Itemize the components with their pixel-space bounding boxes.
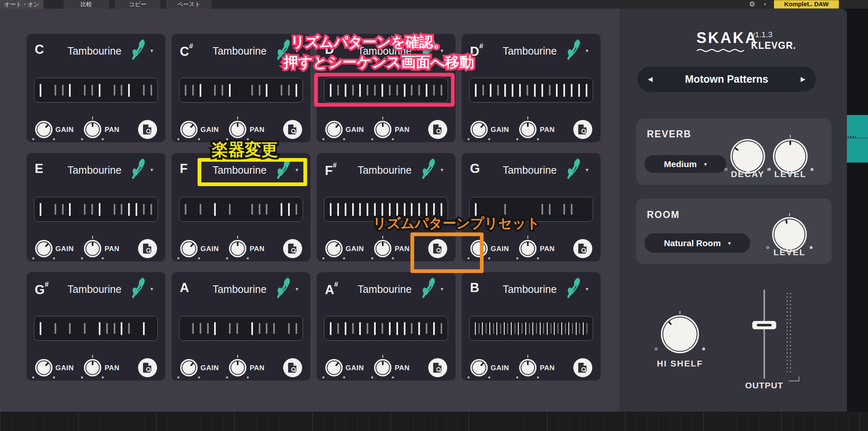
pad-pan-knob[interactable] (84, 121, 101, 138)
pad-pan-knob[interactable] (374, 121, 391, 138)
pad-instrument-name[interactable]: Tambourine (56, 283, 133, 295)
chevron-down-icon[interactable]: ▾ (764, 0, 766, 9)
pad-sequence-display[interactable] (469, 316, 593, 341)
pad-sequence-display[interactable] (34, 197, 158, 222)
chevron-down-icon[interactable]: ▾ (441, 167, 444, 173)
chevron-down-icon[interactable]: ▾ (296, 286, 298, 292)
pad-pan-knob[interactable] (374, 240, 391, 257)
pad-instrument-name[interactable]: Tambourine (491, 283, 568, 295)
daw-copy-button[interactable]: コピー (115, 0, 160, 9)
pad-gain-knob[interactable] (470, 121, 488, 138)
pad-instrument-name[interactable]: Tambourine (56, 45, 133, 57)
pad-pattern-preset-button[interactable] (283, 120, 302, 139)
pad-pattern-preset-button[interactable] (428, 120, 447, 139)
daw-compare-button[interactable]: 比較 (64, 0, 109, 9)
sequence-step (266, 204, 267, 215)
pad-sequence-display[interactable] (179, 197, 303, 222)
pad-pan-knob[interactable] (374, 359, 391, 376)
reverb-type-dropdown[interactable]: Medium ▾ (644, 155, 726, 173)
preset-name[interactable]: Motown Patterns (637, 67, 816, 92)
reverb-level-knob[interactable] (773, 139, 808, 174)
pad-pattern-preset-button[interactable] (283, 239, 302, 258)
sequence-step (389, 322, 391, 335)
pad-pattern-preset-button[interactable] (573, 358, 592, 377)
reverb-decay-knob[interactable] (730, 139, 765, 174)
tambourine-icon (129, 38, 147, 62)
chevron-down-icon[interactable]: ▾ (150, 167, 153, 173)
pad-gain-knob[interactable] (180, 359, 198, 376)
sequence-step (128, 323, 130, 334)
pad-pan-knob[interactable] (229, 359, 246, 376)
sequence-step (266, 84, 267, 97)
pad-gain-knob[interactable] (325, 121, 343, 138)
pad-pan-knob[interactable] (84, 359, 101, 376)
sequence-step (475, 322, 476, 335)
pad-pan-knob[interactable] (229, 240, 246, 257)
pad-gain-knob[interactable] (470, 359, 488, 376)
pad-sequence-display[interactable] (469, 78, 593, 103)
room-type-dropdown[interactable]: Natural Room ▾ (644, 233, 750, 253)
pad-instrument-name[interactable]: Tambourine (346, 283, 423, 295)
pad-gain-knob[interactable] (180, 240, 198, 257)
reverb-type-value: Medium (664, 159, 696, 169)
pad-sequence-display[interactable] (324, 316, 448, 341)
room-type-value: Natural Room (664, 238, 721, 248)
chevron-down-icon[interactable]: ▾ (441, 286, 444, 292)
version-label: v1.1.3 (751, 30, 773, 39)
pad-pattern-preset-button[interactable] (283, 358, 302, 377)
hi-shelf-knob[interactable] (661, 315, 699, 353)
sequence-step (579, 323, 580, 334)
pad-pan-label: PAN (250, 126, 265, 134)
pad-pan-knob[interactable] (519, 359, 537, 376)
sequence-step (367, 203, 368, 216)
sequence-step (367, 323, 368, 334)
pad-pan-knob[interactable] (84, 240, 101, 257)
pad-gain-knob[interactable] (180, 121, 198, 138)
pad-sequence-display[interactable] (34, 78, 158, 103)
pad-gain-knob[interactable] (325, 359, 343, 376)
pad-pattern-preset-button[interactable] (573, 239, 592, 258)
daw-audio-clip[interactable] (847, 115, 868, 163)
pad-gain-knob[interactable] (325, 240, 343, 257)
pad-pattern-preset-button[interactable] (138, 120, 157, 139)
pad-instrument-name[interactable]: Tambourine (201, 45, 278, 57)
daw-plugin-badge[interactable]: Komplet.. DAW (774, 0, 839, 9)
gear-icon[interactable]: ⚙ (749, 0, 755, 9)
preset-selector[interactable]: ◀ Motown Patterns ▶ (637, 67, 816, 92)
pad-sequence-display[interactable] (179, 316, 303, 341)
pad-pan-label: PAN (250, 364, 265, 372)
sequence-step (512, 204, 513, 215)
pad-gain-knob[interactable] (35, 240, 52, 257)
room-level-knob[interactable] (772, 217, 807, 252)
pad-instrument-name[interactable]: Tambourine (56, 164, 133, 176)
pad-gain-knob[interactable] (35, 121, 52, 138)
pad-pan-knob[interactable] (519, 121, 537, 138)
chevron-down-icon[interactable]: ▾ (150, 48, 153, 54)
sequence-step (571, 204, 572, 215)
output-slider-handle[interactable] (752, 321, 776, 329)
pad-pattern-preset-button[interactable] (573, 120, 592, 139)
pad-instrument-name[interactable]: Tambourine (346, 164, 423, 176)
chevron-down-icon[interactable]: ▾ (586, 167, 589, 173)
daw-paste-button[interactable]: ペースト (166, 0, 212, 9)
pad-pattern-preset-button[interactable] (428, 358, 447, 377)
chevron-down-icon[interactable]: ▾ (586, 48, 589, 54)
sequence-step (40, 84, 41, 97)
daw-auto-toggle[interactable]: オート・オン (0, 0, 43, 9)
pad-sequence-display[interactable] (34, 316, 158, 341)
sequence-step (200, 84, 201, 97)
pad-pan-knob[interactable] (229, 121, 246, 138)
pad-instrument-name[interactable]: Tambourine (491, 164, 568, 176)
pad-instrument-name[interactable]: Tambourine (491, 45, 568, 57)
chevron-down-icon[interactable]: ▾ (150, 286, 153, 292)
preset-next-icon[interactable]: ▶ (801, 76, 805, 82)
pad-pattern-preset-button[interactable] (138, 239, 157, 258)
pad-instrument-name[interactable]: Tambourine (201, 283, 278, 295)
chevron-down-icon[interactable]: ▾ (586, 286, 589, 292)
pad-sequence-display[interactable] (179, 78, 303, 103)
pad-pan-knob[interactable] (519, 240, 537, 257)
pad-pattern-preset-button[interactable] (138, 358, 157, 377)
output-slider-track[interactable] (763, 290, 765, 379)
sequence-step (62, 85, 64, 96)
pad-gain-knob[interactable] (35, 359, 52, 376)
